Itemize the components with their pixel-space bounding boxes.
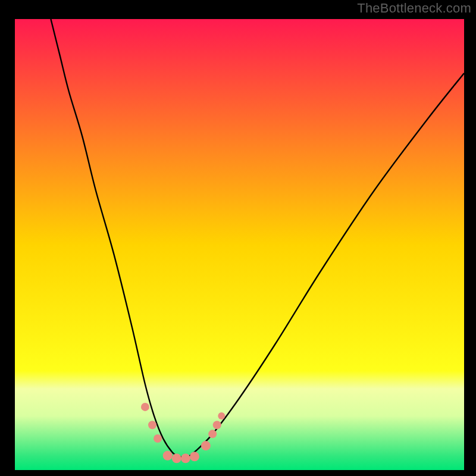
- valley-marker: [141, 403, 149, 411]
- valley-marker: [213, 421, 221, 429]
- valley-marker: [190, 452, 199, 461]
- bottleneck-chart: [0, 0, 476, 476]
- watermark-text: TheBottleneck.com: [357, 1, 471, 16]
- valley-marker: [154, 434, 162, 443]
- valley-marker: [218, 412, 225, 419]
- chart-stage: TheBottleneck.com: [0, 0, 476, 476]
- valley-marker: [208, 430, 217, 438]
- valley-marker: [148, 421, 156, 429]
- valley-marker: [163, 451, 173, 461]
- valley-marker: [172, 453, 181, 463]
- plot-area: [15, 19, 464, 470]
- valley-marker: [181, 453, 190, 463]
- valley-marker: [201, 441, 211, 450]
